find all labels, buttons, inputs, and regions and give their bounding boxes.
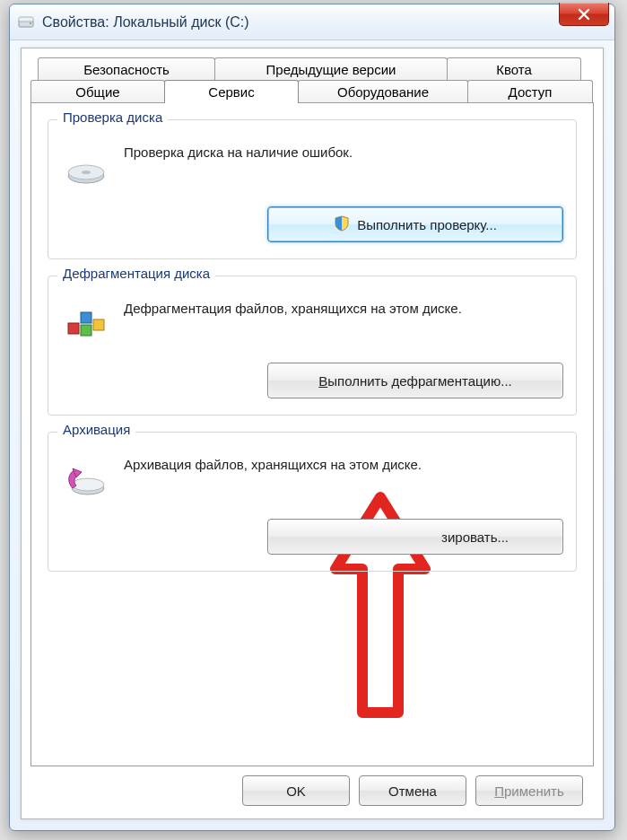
svg-rect-7 bbox=[81, 312, 91, 323]
check-disk-button-label: Выполнить проверку... bbox=[357, 217, 497, 232]
tabstrip: Безопасность Предыдущие версии Квота Общ… bbox=[22, 48, 603, 103]
shield-icon bbox=[334, 215, 350, 234]
tab-panel-service: Проверка диска Проверка диска на наличие… bbox=[30, 102, 594, 766]
backup-icon bbox=[61, 456, 111, 506]
ok-button[interactable]: OK bbox=[242, 775, 350, 806]
group-backup: Архивация Архивация файлов, хранящихся н… bbox=[48, 432, 577, 572]
group-defrag-text: Дефрагментация файлов, хранящихся на это… bbox=[124, 300, 563, 318]
group-backup-title: Архивация bbox=[57, 422, 135, 437]
tab-general[interactable]: Общие bbox=[30, 80, 165, 103]
tab-sharing[interactable]: Доступ bbox=[467, 80, 593, 103]
svg-point-11 bbox=[72, 478, 104, 491]
svg-point-2 bbox=[30, 22, 31, 24]
svg-rect-1 bbox=[19, 17, 33, 22]
cancel-button[interactable]: Отмена bbox=[359, 775, 466, 806]
backup-button[interactable]: зировать... bbox=[267, 519, 563, 555]
group-backup-text: Архивация файлов, хранящихся на этом дис… bbox=[124, 456, 563, 474]
defrag-button[interactable]: Выполнить дефрагментацию... bbox=[267, 363, 563, 398]
tab-quota[interactable]: Квота bbox=[447, 57, 581, 81]
drive-icon bbox=[17, 13, 35, 31]
tab-hardware[interactable]: Оборудование bbox=[298, 80, 468, 103]
client-area: Безопасность Предыдущие версии Квота Общ… bbox=[21, 48, 604, 819]
group-check-disk: Проверка диска Проверка диска на наличие… bbox=[48, 119, 577, 259]
tab-previous-versions[interactable]: Предыдущие версии bbox=[214, 57, 448, 81]
disk-icon bbox=[61, 144, 111, 194]
apply-button: Применить bbox=[475, 775, 583, 806]
tab-security[interactable]: Безопасность bbox=[38, 57, 215, 81]
svg-point-5 bbox=[82, 171, 91, 174]
group-defrag: Дефрагментация диска Дефрагментация файл… bbox=[48, 276, 577, 416]
group-check-title: Проверка диска bbox=[57, 109, 168, 125]
apply-button-label: П bbox=[494, 783, 504, 799]
svg-rect-8 bbox=[81, 325, 91, 336]
group-defrag-title: Дефрагментация диска bbox=[57, 266, 215, 281]
defrag-icon bbox=[61, 300, 111, 350]
tab-service[interactable]: Сервис bbox=[164, 80, 299, 103]
close-button[interactable] bbox=[559, 3, 609, 26]
properties-window: Свойства: Локальный диск (C:) Безопаснос… bbox=[9, 4, 615, 831]
svg-rect-6 bbox=[68, 323, 79, 334]
group-check-text: Проверка диска на наличие ошибок. bbox=[124, 144, 563, 162]
titlebar: Свойства: Локальный диск (C:) bbox=[10, 4, 614, 40]
defrag-button-label: Выполнить дефрагментацию... bbox=[318, 373, 512, 389]
close-icon bbox=[578, 8, 590, 21]
svg-rect-9 bbox=[93, 319, 104, 330]
window-title: Свойства: Локальный диск (C:) bbox=[42, 14, 249, 31]
backup-button-label: зировать... bbox=[441, 529, 509, 545]
check-disk-button[interactable]: Выполнить проверку... bbox=[267, 206, 563, 242]
dialog-footer: OK Отмена Применить bbox=[242, 775, 583, 806]
